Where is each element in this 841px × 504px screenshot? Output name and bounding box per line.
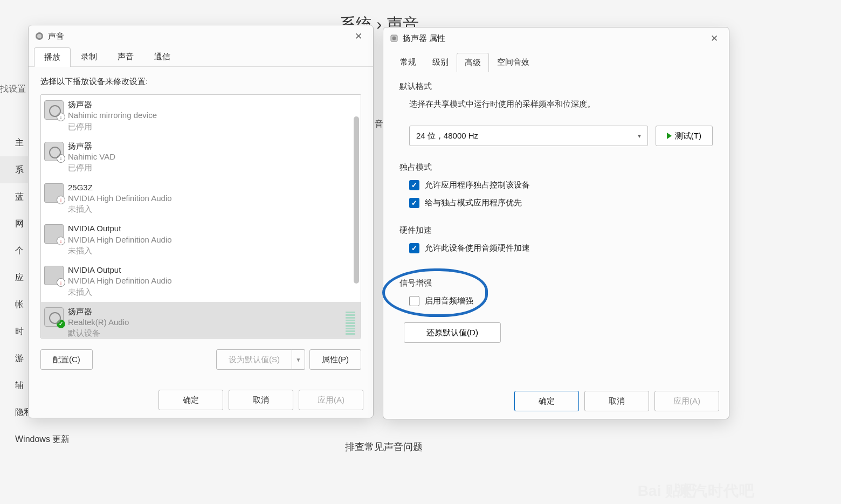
checkbox-label: 允许此设备使用音频硬件加速 xyxy=(425,243,530,253)
close-icon[interactable]: ✕ xyxy=(350,29,367,44)
tab-levels[interactable]: 级别 xyxy=(424,52,457,72)
set-default-button[interactable]: 设为默认值(S) xyxy=(216,349,292,370)
apply-button[interactable]: 应用(A) xyxy=(299,390,363,410)
device-title: NVIDIA Output xyxy=(68,265,355,275)
search-partial: 找设置 xyxy=(0,84,26,95)
tab-recording[interactable]: 录制 xyxy=(71,47,107,66)
titlebar: 扬声器 属性 ✕ xyxy=(383,27,729,49)
nav-item[interactable]: Windows 更新 xyxy=(0,426,30,453)
tab-communications[interactable]: 通信 xyxy=(144,47,181,66)
checkbox-checked-icon[interactable]: ✓ xyxy=(409,180,419,190)
tab-general[interactable]: 常规 xyxy=(392,52,424,72)
play-icon xyxy=(667,133,672,139)
device-item[interactable]: 25G3ZNVIDIA High Definition Audio未插入 xyxy=(41,178,361,219)
device-item-selected[interactable]: 扬声器Realtek(R) Audio默认设备 xyxy=(41,302,361,339)
section-exclusive: 独占模式 xyxy=(399,162,713,172)
close-icon[interactable]: ✕ xyxy=(706,31,722,46)
configure-button[interactable]: 配置(C) xyxy=(40,349,93,370)
device-item[interactable]: NVIDIA OutputNVIDIA High Definition Audi… xyxy=(41,219,361,260)
speaker-properties-dialog: 扬声器 属性 ✕ 常规 级别 高级 空间音效 默认格式 选择在共享模式中运行时使… xyxy=(383,27,729,419)
dialog-title: 扬声器 属性 xyxy=(403,33,445,44)
nav-item[interactable]: 应 xyxy=(0,264,30,291)
sound-tabs: 播放 录制 声音 通信 xyxy=(29,47,373,67)
ok-button[interactable]: 确定 xyxy=(514,391,579,411)
cancel-button[interactable]: 取消 xyxy=(584,391,649,411)
ok-button[interactable]: 确定 xyxy=(158,390,223,410)
sound-icon xyxy=(35,32,44,40)
checkbox-unchecked-icon[interactable] xyxy=(409,296,419,306)
chevron-down-icon: ▾ xyxy=(638,132,641,140)
section-hardware: 硬件加速 xyxy=(399,225,713,236)
chevron-down-icon[interactable]: ▼ xyxy=(292,349,305,370)
checkbox-label: 给与独占模式应用程序优先 xyxy=(425,198,522,208)
speaker-icon xyxy=(44,100,64,120)
device-sub: NVIDIA High Definition Audio xyxy=(68,275,355,286)
dialog-title: 声音 xyxy=(48,31,64,42)
device-status: 未插入 xyxy=(68,204,355,215)
checkbox-row[interactable]: ✓ 给与独占模式应用程序优先 xyxy=(409,198,713,208)
device-item[interactable]: 扬声器Nahimic VAD已停用 xyxy=(41,136,361,178)
device-sub: NVIDIA High Definition Audio xyxy=(68,193,355,204)
titlebar: 声音 ✕ xyxy=(29,25,373,47)
playback-device-list[interactable]: 扬声器Nahimic mirroring device已停用 扬声器Nahimi… xyxy=(40,94,361,339)
troubleshoot-heading: 排查常见声音问题 xyxy=(345,440,423,453)
restore-defaults-button[interactable]: 还原默认值(D) xyxy=(404,322,501,343)
speaker-icon xyxy=(390,34,398,43)
test-label: 测试(T) xyxy=(675,131,701,141)
format-select[interactable]: 24 位，48000 Hz ▾ xyxy=(409,126,648,146)
nav-item[interactable]: 蓝 xyxy=(0,183,30,210)
apply-button[interactable]: 应用(A) xyxy=(654,391,719,411)
properties-button[interactable]: 属性(P) xyxy=(309,349,361,370)
format-description: 选择在共享模式中运行时使用的采样频率和位深度。 xyxy=(409,99,713,109)
properties-tabs: 常规 级别 高级 空间音效 xyxy=(383,52,729,72)
test-button[interactable]: 测试(T) xyxy=(656,126,713,146)
nav-item[interactable]: 帐 xyxy=(0,291,30,318)
device-sub: Nahimic mirroring device xyxy=(68,110,355,121)
tab-sounds[interactable]: 声音 xyxy=(107,47,144,66)
nav-item[interactable]: 隐私和安全性 xyxy=(0,399,30,426)
scrollbar[interactable] xyxy=(351,95,361,338)
nav-item[interactable]: 网 xyxy=(0,210,30,237)
device-title: 扬声器 xyxy=(68,306,342,317)
bg-right-partial: 音 xyxy=(375,119,383,160)
svg-point-1 xyxy=(37,34,42,38)
device-item[interactable]: 扬声器Nahimic mirroring device已停用 xyxy=(41,95,361,136)
nav-item[interactable]: 辅 xyxy=(0,372,30,399)
checkbox-row[interactable]: ✓ 允许此设备使用音频硬件加速 xyxy=(409,243,713,253)
checkbox-checked-icon[interactable]: ✓ xyxy=(409,243,419,253)
instruction-text: 选择以下播放设备来修改设置: xyxy=(40,77,361,87)
annotation-circle xyxy=(382,268,488,317)
speaker-icon xyxy=(44,307,64,327)
device-item[interactable]: NVIDIA OutputNVIDIA High Definition Audi… xyxy=(41,260,361,302)
cancel-button[interactable]: 取消 xyxy=(229,390,293,410)
device-sub: Realtek(R) Audio xyxy=(68,317,342,328)
nav-item[interactable]: 时 xyxy=(0,318,30,345)
device-sub: NVIDIA High Definition Audio xyxy=(68,234,355,245)
checkbox-row-enable-enhance[interactable]: 启用音频增强 xyxy=(409,296,713,306)
checkbox-label: 允许应用程序独占控制该设备 xyxy=(425,180,530,190)
watermark-bar: 冰汽时代吧 xyxy=(677,481,755,501)
nav-item[interactable]: 主 xyxy=(0,129,30,156)
device-title: 扬声器 xyxy=(68,141,355,151)
svg-point-3 xyxy=(392,37,396,40)
monitor-icon xyxy=(44,224,64,244)
device-title: NVIDIA Output xyxy=(68,223,355,234)
checkbox-row[interactable]: ✓ 允许应用程序独占控制该设备 xyxy=(409,180,713,190)
nav-item[interactable]: 个 xyxy=(0,237,30,264)
device-status: 已停用 xyxy=(68,121,355,132)
checkbox-checked-icon[interactable]: ✓ xyxy=(409,198,419,208)
scrollbar-thumb[interactable] xyxy=(354,116,359,284)
device-status: 未插入 xyxy=(68,245,355,256)
device-status: 已停用 xyxy=(68,162,355,173)
tab-playback[interactable]: 播放 xyxy=(34,47,71,67)
nav-item[interactable]: 系 xyxy=(0,156,30,183)
device-title: 扬声器 xyxy=(68,99,355,110)
section-default-format: 默认格式 xyxy=(399,81,713,92)
device-status: 未插入 xyxy=(68,287,355,298)
checkbox-label: 启用音频增强 xyxy=(425,296,473,306)
device-sub: Nahimic VAD xyxy=(68,151,355,162)
nav-item[interactable]: 游 xyxy=(0,345,30,372)
tab-spatial[interactable]: 空间音效 xyxy=(489,52,537,72)
tab-advanced[interactable]: 高级 xyxy=(457,53,489,72)
monitor-icon xyxy=(44,183,64,203)
